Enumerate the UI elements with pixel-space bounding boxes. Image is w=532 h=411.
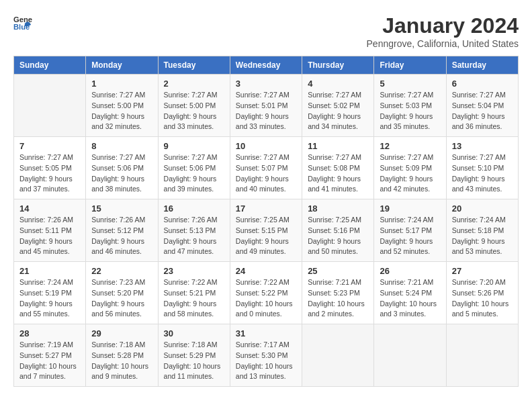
- calendar-cell: 28Sunrise: 7:19 AM Sunset: 5:27 PM Dayli…: [14, 324, 86, 387]
- calendar-week-row: 28Sunrise: 7:19 AM Sunset: 5:27 PM Dayli…: [14, 324, 519, 387]
- calendar-cell: 1Sunrise: 7:27 AM Sunset: 5:00 PM Daylig…: [86, 75, 158, 137]
- day-number: 12: [380, 141, 440, 151]
- day-number: 24: [236, 266, 296, 276]
- calendar-week-row: 21Sunrise: 7:24 AM Sunset: 5:19 PM Dayli…: [14, 262, 519, 324]
- calendar-header: Sunday Monday Tuesday Wednesday Thursday…: [14, 56, 519, 75]
- weekday-header-row: Sunday Monday Tuesday Wednesday Thursday…: [14, 56, 519, 75]
- svg-text:General: General: [13, 15, 32, 24]
- day-number: 28: [19, 328, 80, 338]
- header-tuesday: Tuesday: [158, 56, 230, 75]
- day-info: Sunrise: 7:25 AM Sunset: 5:15 PM Dayligh…: [236, 215, 296, 257]
- day-number: 22: [91, 266, 152, 276]
- calendar-cell: 29Sunrise: 7:18 AM Sunset: 5:28 PM Dayli…: [86, 324, 158, 387]
- day-info: Sunrise: 7:24 AM Sunset: 5:17 PM Dayligh…: [380, 215, 440, 257]
- day-info: Sunrise: 7:20 AM Sunset: 5:26 PM Dayligh…: [452, 277, 513, 320]
- day-info: Sunrise: 7:27 AM Sunset: 5:07 PM Dayligh…: [236, 152, 296, 195]
- calendar-cell: 22Sunrise: 7:23 AM Sunset: 5:20 PM Dayli…: [86, 262, 158, 324]
- calendar-table: Sunday Monday Tuesday Wednesday Thursday…: [13, 56, 519, 387]
- day-number: 30: [164, 328, 224, 338]
- calendar-body: 1Sunrise: 7:27 AM Sunset: 5:00 PM Daylig…: [14, 75, 519, 387]
- calendar-cell: 13Sunrise: 7:27 AM Sunset: 5:10 PM Dayli…: [446, 137, 518, 199]
- logo: General Blue: [13, 13, 32, 32]
- day-number: 31: [236, 328, 296, 338]
- day-info: Sunrise: 7:26 AM Sunset: 5:12 PM Dayligh…: [91, 215, 152, 257]
- calendar-cell: 4Sunrise: 7:27 AM Sunset: 5:02 PM Daylig…: [302, 75, 374, 137]
- day-info: Sunrise: 7:22 AM Sunset: 5:22 PM Dayligh…: [236, 277, 296, 320]
- header-monday: Monday: [86, 56, 158, 75]
- day-number: 13: [452, 141, 513, 151]
- header-sunday: Sunday: [14, 56, 86, 75]
- calendar-cell: [14, 75, 86, 137]
- day-info: Sunrise: 7:27 AM Sunset: 5:08 PM Dayligh…: [308, 152, 368, 195]
- day-info: Sunrise: 7:24 AM Sunset: 5:19 PM Dayligh…: [19, 277, 80, 320]
- day-number: 2: [164, 79, 224, 89]
- day-info: Sunrise: 7:22 AM Sunset: 5:21 PM Dayligh…: [164, 277, 224, 320]
- day-number: 15: [91, 203, 152, 214]
- day-number: 20: [452, 203, 513, 214]
- day-info: Sunrise: 7:27 AM Sunset: 5:00 PM Dayligh…: [91, 90, 152, 132]
- calendar-cell: [374, 324, 446, 387]
- day-info: Sunrise: 7:26 AM Sunset: 5:13 PM Dayligh…: [164, 215, 224, 257]
- day-number: 3: [236, 79, 296, 89]
- day-number: 10: [236, 141, 296, 151]
- day-number: 4: [308, 79, 368, 89]
- page-subtitle: Penngrove, California, United States: [367, 38, 519, 49]
- day-number: 7: [19, 141, 80, 151]
- calendar-cell: 21Sunrise: 7:24 AM Sunset: 5:19 PM Dayli…: [14, 262, 86, 324]
- calendar-cell: 31Sunrise: 7:17 AM Sunset: 5:30 PM Dayli…: [230, 324, 302, 387]
- day-number: 1: [91, 79, 152, 89]
- day-number: 19: [380, 203, 440, 214]
- calendar-week-row: 14Sunrise: 7:26 AM Sunset: 5:11 PM Dayli…: [14, 199, 519, 262]
- page-title: January 2024: [367, 13, 519, 38]
- calendar-cell: 2Sunrise: 7:27 AM Sunset: 5:00 PM Daylig…: [158, 75, 230, 137]
- day-info: Sunrise: 7:24 AM Sunset: 5:18 PM Dayligh…: [452, 215, 513, 257]
- day-info: Sunrise: 7:27 AM Sunset: 5:01 PM Dayligh…: [236, 90, 296, 132]
- day-info: Sunrise: 7:27 AM Sunset: 5:00 PM Dayligh…: [164, 90, 224, 132]
- day-number: 6: [452, 79, 513, 89]
- calendar-cell: 15Sunrise: 7:26 AM Sunset: 5:12 PM Dayli…: [86, 199, 158, 262]
- header-wednesday: Wednesday: [230, 56, 302, 75]
- calendar-cell: 11Sunrise: 7:27 AM Sunset: 5:08 PM Dayli…: [302, 137, 374, 199]
- calendar-cell: [302, 324, 374, 387]
- calendar-week-row: 1Sunrise: 7:27 AM Sunset: 5:00 PM Daylig…: [14, 75, 519, 137]
- day-info: Sunrise: 7:27 AM Sunset: 5:09 PM Dayligh…: [380, 152, 440, 195]
- calendar-cell: 8Sunrise: 7:27 AM Sunset: 5:06 PM Daylig…: [86, 137, 158, 199]
- day-number: 27: [452, 266, 513, 276]
- calendar-cell: 9Sunrise: 7:27 AM Sunset: 5:06 PM Daylig…: [158, 137, 230, 199]
- calendar-cell: 17Sunrise: 7:25 AM Sunset: 5:15 PM Dayli…: [230, 199, 302, 262]
- day-info: Sunrise: 7:18 AM Sunset: 5:29 PM Dayligh…: [164, 340, 224, 382]
- header-thursday: Thursday: [302, 56, 374, 75]
- calendar-cell: 19Sunrise: 7:24 AM Sunset: 5:17 PM Dayli…: [374, 199, 446, 262]
- calendar-cell: 3Sunrise: 7:27 AM Sunset: 5:01 PM Daylig…: [230, 75, 302, 137]
- day-info: Sunrise: 7:19 AM Sunset: 5:27 PM Dayligh…: [19, 340, 80, 382]
- calendar-cell: 25Sunrise: 7:21 AM Sunset: 5:23 PM Dayli…: [302, 262, 374, 324]
- calendar-cell: 24Sunrise: 7:22 AM Sunset: 5:22 PM Dayli…: [230, 262, 302, 324]
- calendar-cell: 16Sunrise: 7:26 AM Sunset: 5:13 PM Dayli…: [158, 199, 230, 262]
- logo-icon: General Blue: [13, 13, 32, 32]
- day-number: 18: [308, 203, 368, 214]
- day-info: Sunrise: 7:27 AM Sunset: 5:02 PM Dayligh…: [308, 90, 368, 132]
- day-info: Sunrise: 7:25 AM Sunset: 5:16 PM Dayligh…: [308, 215, 368, 257]
- calendar-cell: 20Sunrise: 7:24 AM Sunset: 5:18 PM Dayli…: [446, 199, 518, 262]
- day-info: Sunrise: 7:17 AM Sunset: 5:30 PM Dayligh…: [236, 340, 296, 382]
- title-area: January 2024 Penngrove, California, Unit…: [367, 13, 519, 49]
- calendar-cell: 6Sunrise: 7:27 AM Sunset: 5:04 PM Daylig…: [446, 75, 518, 137]
- day-number: 8: [91, 141, 152, 151]
- day-number: 17: [236, 203, 296, 214]
- calendar-cell: 26Sunrise: 7:21 AM Sunset: 5:24 PM Dayli…: [374, 262, 446, 324]
- day-info: Sunrise: 7:27 AM Sunset: 5:06 PM Dayligh…: [164, 152, 224, 195]
- calendar-cell: 10Sunrise: 7:27 AM Sunset: 5:07 PM Dayli…: [230, 137, 302, 199]
- calendar-cell: 23Sunrise: 7:22 AM Sunset: 5:21 PM Dayli…: [158, 262, 230, 324]
- day-number: 9: [164, 141, 224, 151]
- day-info: Sunrise: 7:21 AM Sunset: 5:23 PM Dayligh…: [308, 277, 368, 320]
- day-number: 25: [308, 266, 368, 276]
- day-number: 21: [19, 266, 80, 276]
- day-info: Sunrise: 7:27 AM Sunset: 5:04 PM Dayligh…: [452, 90, 513, 132]
- day-info: Sunrise: 7:21 AM Sunset: 5:24 PM Dayligh…: [380, 277, 440, 320]
- day-number: 26: [380, 266, 440, 276]
- day-info: Sunrise: 7:27 AM Sunset: 5:10 PM Dayligh…: [452, 152, 513, 195]
- day-number: 5: [380, 79, 440, 89]
- day-number: 14: [19, 203, 80, 214]
- calendar-cell: 30Sunrise: 7:18 AM Sunset: 5:29 PM Dayli…: [158, 324, 230, 387]
- calendar-cell: [446, 324, 518, 387]
